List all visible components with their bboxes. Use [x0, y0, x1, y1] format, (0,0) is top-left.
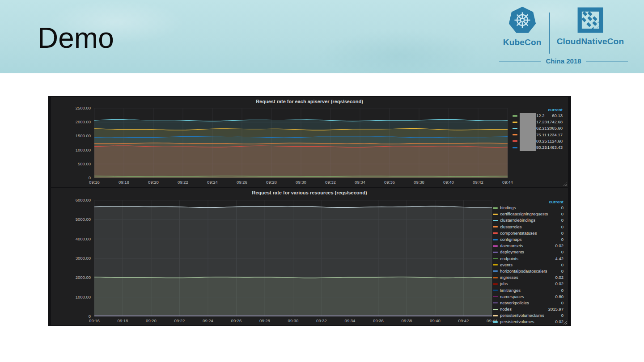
legend-current-value: 0	[561, 230, 564, 236]
legend-current-value: 1742.68	[547, 119, 563, 125]
legend-current-value: 1124.68	[547, 138, 563, 144]
svg-text:09:26: 09:26	[231, 318, 242, 323]
series-color-swatch	[493, 283, 498, 285]
series-color-swatch	[493, 232, 498, 234]
svg-text:09:38: 09:38	[414, 180, 424, 185]
legend-series-label: clusterrolebindings	[500, 217, 535, 223]
series-color-swatch	[513, 147, 517, 148]
svg-text:09:38: 09:38	[402, 318, 412, 323]
svg-text:2000.00: 2000.00	[76, 275, 91, 280]
legend-row[interactable]: horizontalpodautoscalers0	[493, 268, 564, 274]
brand-row: KubeCon CloudNativeCon	[496, 6, 631, 54]
svg-text:09:18: 09:18	[119, 180, 129, 185]
series-color-swatch	[493, 207, 498, 209]
legend-row[interactable]: clusterrolebindings0	[493, 217, 564, 223]
legend-row[interactable]: ingresses0.02	[493, 274, 564, 281]
series-color-swatch	[493, 226, 498, 227]
series-color-swatch	[493, 277, 498, 278]
chart-legend: current12.260.1317.2361742.6862.2152065.…	[513, 107, 563, 151]
legend-current-value: 1234.17	[547, 132, 563, 138]
legend-series-label: networkpolicies	[500, 300, 529, 306]
legend-current-value: 0	[561, 205, 564, 211]
chart-canvas[interactable]: 2500.002000.001500.001000.00500.00009:16…	[51, 97, 568, 187]
svg-text:09:42: 09:42	[473, 180, 483, 185]
legend-current-value: 0.80	[555, 294, 564, 300]
legend-series-label: endpoints	[500, 256, 518, 262]
legend-row[interactable]: clusterroles0	[493, 224, 564, 230]
svg-text:1500.00: 1500.00	[76, 133, 91, 138]
legend-series-label: bindings	[500, 205, 516, 211]
legend-row[interactable]: certificatesigningrequests0	[493, 211, 564, 217]
legend-series-label: namespaces	[500, 294, 524, 300]
chart-canvas[interactable]: 6000.005000.004000.003000.002000.001000.…	[51, 188, 568, 325]
legend-row[interactable]: configmaps0	[493, 236, 564, 243]
legend-row[interactable]: persistentvolumeclaims0	[493, 312, 564, 319]
legend-row[interactable]: deployments0	[493, 249, 564, 255]
legend-row[interactable]: networkpolicies0	[493, 300, 564, 306]
chart-legend: currentbindings0certificatesigningreques…	[493, 199, 564, 325]
series-color-swatch	[493, 264, 498, 265]
legend-row[interactable]: nodes2015.97	[493, 306, 564, 312]
svg-text:09:40: 09:40	[430, 318, 441, 323]
svg-text:5000.00: 5000.00	[76, 217, 91, 222]
series-color-swatch	[493, 252, 498, 253]
svg-text:09:34: 09:34	[345, 318, 356, 323]
cloudnativecon-block: CloudNativeCon	[557, 6, 624, 46]
legend-row[interactable]: bindings0	[493, 205, 564, 211]
panel-title[interactable]: Request rate for various resources (reqs…	[51, 190, 568, 195]
svg-text:1000.00: 1000.00	[76, 295, 91, 299]
series-color-swatch	[513, 115, 517, 117]
cloudnativecon-logo-icon	[576, 6, 604, 34]
conference-brand: KubeCon CloudNativeCon	[496, 6, 631, 65]
legend-row[interactable]: endpoints4.42	[493, 256, 564, 262]
legend-series-label: 75.11	[536, 132, 547, 138]
legend-row[interactable]: persistentvolumes0.02	[493, 319, 564, 325]
svg-text:09:42: 09:42	[458, 318, 469, 323]
legend-current-value: 0	[561, 300, 564, 306]
kubecon-logo-icon	[508, 6, 537, 35]
svg-text:09:40: 09:40	[443, 180, 454, 185]
header-band: Demo	[0, 0, 644, 73]
legend-series-label: deployments	[500, 249, 524, 255]
series-color-swatch	[493, 315, 498, 316]
series-color-swatch	[493, 296, 498, 297]
legend-row[interactable]: jobs0.02	[493, 281, 564, 287]
svg-text:09:34: 09:34	[355, 180, 365, 185]
series-color-swatch	[493, 245, 498, 247]
legend-row[interactable]: namespaces0.80	[493, 294, 564, 300]
legend-current-value: 0	[561, 224, 564, 230]
legend-series-label: clusterroles	[500, 224, 522, 230]
conference-edition: China 2018	[546, 57, 581, 65]
legend-current-value: 0.02	[555, 319, 564, 325]
legend-current-value: 2065.60	[547, 125, 563, 131]
legend-current-value: 1463.43	[547, 144, 563, 151]
series-color-swatch	[493, 258, 498, 259]
svg-text:09:22: 09:22	[178, 180, 188, 185]
svg-text:1000.00: 1000.00	[76, 147, 91, 152]
panel-title[interactable]: Request rate for each apiserver (reqs/se…	[51, 99, 568, 104]
series-color-swatch	[513, 122, 517, 123]
legend-current-value: 2015.97	[548, 306, 564, 312]
svg-text:09:22: 09:22	[174, 318, 185, 323]
legend-row[interactable]: daemonsets0.02	[493, 243, 564, 249]
legend-row[interactable]: limitranges0	[493, 287, 564, 293]
series-color-swatch	[493, 321, 498, 323]
legend-series-label: 80.253	[536, 138, 547, 144]
presentation-slide: Demo	[0, 0, 644, 362]
legend-row[interactable]: componentstatuses0	[493, 230, 564, 236]
brand-divider	[549, 13, 550, 54]
series-color-swatch	[513, 128, 517, 129]
legend-current-value: 0	[561, 312, 564, 319]
legend-row[interactable]: events0	[493, 262, 564, 268]
svg-text:09:24: 09:24	[207, 180, 218, 185]
edition-rule-right	[586, 61, 628, 62]
series-color-swatch	[493, 220, 498, 221]
legend-current-value: 0.02	[555, 274, 564, 281]
legend-current-value: 0	[561, 287, 564, 294]
svg-text:09:32: 09:32	[325, 180, 336, 185]
svg-text:09:28: 09:28	[266, 180, 277, 185]
legend-current-value: 0	[561, 217, 564, 223]
legend-current-value: 0.02	[555, 243, 564, 249]
legend-current-value: 0	[561, 262, 564, 268]
slide-title: Demo	[38, 21, 114, 55]
